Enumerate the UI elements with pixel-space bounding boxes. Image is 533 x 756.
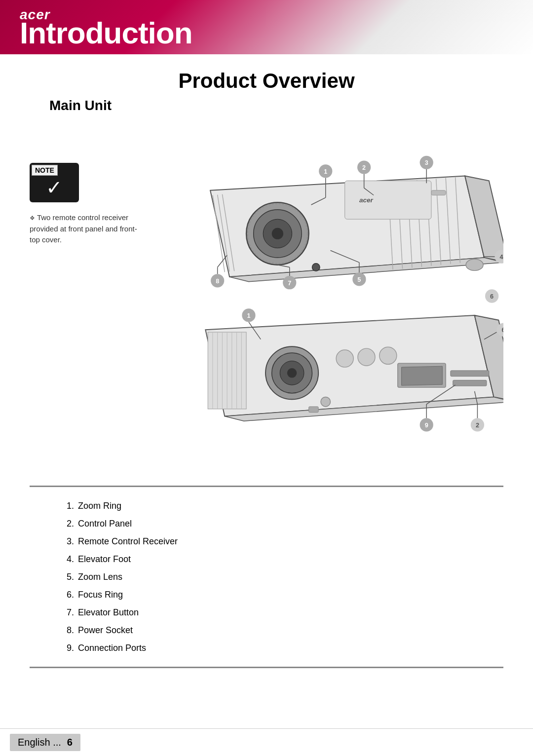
list-item: 2.Control Panel: [59, 515, 474, 532]
footer-page-num: 6: [67, 737, 73, 748]
part-number: 8.: [59, 621, 74, 639]
svg-rect-68: [309, 407, 318, 413]
part-number: 6.: [59, 586, 74, 604]
svg-text:7: 7: [288, 280, 291, 287]
svg-text:9: 9: [425, 422, 428, 429]
footer: English ... 6: [0, 728, 533, 756]
subsection-title: Main Unit: [49, 98, 503, 113]
svg-text:6: 6: [501, 327, 503, 334]
part-number: 4.: [59, 550, 74, 568]
page-title: Introduction: [20, 15, 192, 50]
svg-text:6: 6: [490, 293, 494, 300]
footer-language-box: English ... 6: [10, 734, 80, 751]
list-item: 5.Zoom Lens: [59, 568, 474, 586]
svg-point-19: [466, 259, 483, 270]
svg-point-63: [380, 347, 397, 364]
parts-list: 1.Zoom Ring2.Control Panel3.Remote Contr…: [59, 497, 474, 657]
list-item: 3.Remote Control Receiver: [59, 532, 474, 550]
svg-rect-65: [451, 371, 489, 377]
section-title: Product Overview: [30, 69, 503, 93]
top-projector: acer 1: [210, 156, 503, 303]
header-bar: acer Introduction: [0, 0, 533, 54]
list-item: 9.Connection Ports: [59, 639, 474, 657]
list-item: 4.Elevator Foot: [59, 550, 474, 568]
part-name: Zoom Lens: [78, 568, 122, 586]
part-name: Zoom Ring: [78, 497, 121, 515]
svg-rect-13: [345, 181, 431, 219]
parts-table-wrapper: 1.Zoom Ring2.Control Panel3.Remote Contr…: [30, 486, 503, 668]
svg-text:2: 2: [362, 164, 366, 171]
svg-text:acer: acer: [359, 196, 374, 204]
diagram-container: NOTE ✓ ❖ Two remote control receiver pro…: [30, 123, 503, 471]
footer-language: English ...: [18, 737, 61, 748]
projector-svg: acer 1: [138, 123, 503, 469]
note-label: NOTE: [32, 165, 58, 176]
svg-point-61: [336, 350, 353, 367]
projector-diagram: acer 1: [138, 123, 503, 471]
list-item: 8.Power Socket: [59, 621, 474, 639]
part-name: Elevator Foot: [78, 550, 131, 568]
part-number: 1.: [59, 497, 74, 515]
part-number: 5.: [59, 568, 74, 586]
main-content: Product Overview Main Unit NOTE ✓ ❖ Two …: [0, 54, 533, 693]
part-name: Focus Ring: [78, 586, 123, 604]
part-number: 9.: [59, 639, 74, 657]
list-item: 1.Zoom Ring: [59, 497, 474, 515]
part-name: Power Socket: [78, 621, 133, 639]
svg-text:4: 4: [500, 254, 503, 261]
part-name: Elevator Button: [78, 604, 139, 621]
diamond-icon: ❖: [30, 215, 35, 222]
note-box: NOTE ✓: [30, 163, 79, 202]
part-number: 7.: [59, 604, 74, 621]
svg-text:3: 3: [425, 159, 428, 166]
svg-rect-15: [431, 190, 446, 195]
part-name: Remote Control Receiver: [78, 532, 178, 550]
list-item: 6.Focus Ring: [59, 586, 474, 604]
svg-point-20: [312, 264, 320, 271]
part-number: 3.: [59, 532, 74, 550]
note-text: ❖ Two remote control receiver provided a…: [30, 212, 138, 246]
svg-point-62: [358, 348, 375, 366]
bottom-projector: 1 6 9 2: [205, 308, 503, 431]
svg-text:8: 8: [216, 278, 219, 285]
svg-rect-66: [453, 380, 487, 386]
svg-point-60: [287, 368, 297, 378]
note-panel: NOTE ✓ ❖ Two remote control receiver pro…: [30, 123, 138, 471]
svg-text:5: 5: [357, 276, 361, 283]
svg-text:2: 2: [476, 422, 479, 429]
svg-text:1: 1: [324, 168, 327, 175]
part-number: 2.: [59, 515, 74, 532]
note-checkmark-icon: ✓: [46, 176, 63, 199]
svg-point-3: [272, 228, 283, 239]
part-name: Control Panel: [78, 515, 132, 532]
svg-point-67: [321, 397, 330, 406]
svg-text:1: 1: [247, 312, 250, 319]
part-name: Connection Ports: [78, 639, 146, 657]
list-item: 7.Elevator Button: [59, 604, 474, 621]
